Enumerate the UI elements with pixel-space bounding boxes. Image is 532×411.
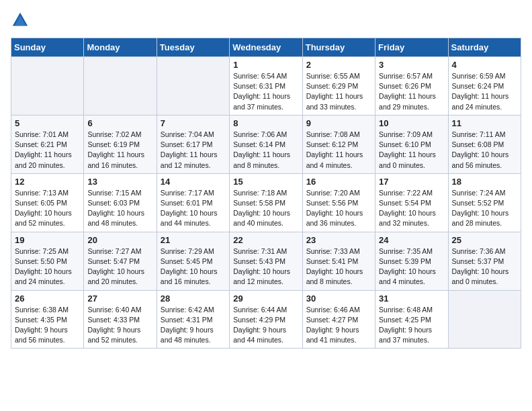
calendar-day-cell: 12Sunrise: 7:13 AM Sunset: 6:05 PM Dayli… [11,173,84,232]
logo [11,11,32,30]
calendar-day-cell: 8Sunrise: 7:06 AM Sunset: 6:14 PM Daylig… [230,115,302,173]
calendar-day-cell: 31Sunrise: 6:48 AM Sunset: 4:25 PM Dayli… [375,290,448,349]
weekday-header: Wednesday [230,38,302,57]
day-number: 19 [15,235,80,245]
day-info: Sunrise: 7:08 AM Sunset: 6:12 PM Dayligh… [306,130,371,171]
calendar-week-row: 5Sunrise: 7:01 AM Sunset: 6:21 PM Daylig… [11,115,521,173]
day-info: Sunrise: 7:02 AM Sunset: 6:19 PM Dayligh… [87,130,152,171]
day-number: 18 [452,177,517,187]
day-number: 26 [15,293,80,304]
calendar-day-cell: 27Sunrise: 6:40 AM Sunset: 4:33 PM Dayli… [84,290,157,349]
calendar-table: SundayMondayTuesdayWednesdayThursdayFrid… [11,38,521,349]
calendar-day-cell [84,57,157,116]
calendar-day-cell: 17Sunrise: 7:22 AM Sunset: 5:54 PM Dayli… [375,173,448,232]
calendar-day-cell: 2Sunrise: 6:55 AM Sunset: 6:29 PM Daylig… [302,57,375,116]
day-info: Sunrise: 7:24 AM Sunset: 5:52 PM Dayligh… [452,188,517,229]
calendar-week-row: 26Sunrise: 6:38 AM Sunset: 4:35 PM Dayli… [11,290,521,349]
day-info: Sunrise: 7:20 AM Sunset: 5:56 PM Dayligh… [306,188,371,229]
day-info: Sunrise: 6:54 AM Sunset: 6:31 PM Dayligh… [233,71,298,112]
calendar-day-cell: 6Sunrise: 7:02 AM Sunset: 6:19 PM Daylig… [84,115,157,173]
calendar-day-cell: 16Sunrise: 7:20 AM Sunset: 5:56 PM Dayli… [302,173,375,232]
weekday-header: Friday [375,38,448,57]
calendar-day-cell: 30Sunrise: 6:46 AM Sunset: 4:27 PM Dayli… [302,290,375,349]
calendar-day-cell [11,57,84,116]
calendar-day-cell: 4Sunrise: 6:59 AM Sunset: 6:24 PM Daylig… [448,57,521,116]
calendar-day-cell: 20Sunrise: 7:27 AM Sunset: 5:47 PM Dayli… [84,232,157,290]
calendar-week-row: 1Sunrise: 6:54 AM Sunset: 6:31 PM Daylig… [11,57,521,116]
day-info: Sunrise: 7:29 AM Sunset: 5:45 PM Dayligh… [161,246,226,287]
day-number: 11 [452,118,517,128]
day-info: Sunrise: 6:57 AM Sunset: 6:26 PM Dayligh… [379,71,444,112]
day-info: Sunrise: 6:46 AM Sunset: 4:27 PM Dayligh… [306,305,371,346]
calendar-day-cell: 3Sunrise: 6:57 AM Sunset: 6:26 PM Daylig… [375,57,448,116]
day-info: Sunrise: 7:22 AM Sunset: 5:54 PM Dayligh… [379,188,444,229]
day-number: 5 [15,118,80,128]
calendar-day-cell: 18Sunrise: 7:24 AM Sunset: 5:52 PM Dayli… [448,173,521,232]
day-number: 3 [379,60,444,70]
day-number: 7 [161,118,226,128]
calendar-header-row: SundayMondayTuesdayWednesdayThursdayFrid… [11,38,521,57]
calendar-day-cell: 15Sunrise: 7:18 AM Sunset: 5:58 PM Dayli… [230,173,302,232]
weekday-header: Sunday [11,38,84,57]
calendar-day-cell [157,57,229,116]
day-number: 4 [452,60,517,70]
day-number: 30 [306,293,371,304]
calendar-day-cell: 13Sunrise: 7:15 AM Sunset: 6:03 PM Dayli… [84,173,157,232]
calendar-day-cell: 7Sunrise: 7:04 AM Sunset: 6:17 PM Daylig… [157,115,229,173]
calendar-week-row: 12Sunrise: 7:13 AM Sunset: 6:05 PM Dayli… [11,173,521,232]
weekday-header: Saturday [448,38,521,57]
calendar-day-cell: 24Sunrise: 7:35 AM Sunset: 5:39 PM Dayli… [375,232,448,290]
day-number: 20 [87,235,152,245]
day-info: Sunrise: 6:42 AM Sunset: 4:31 PM Dayligh… [161,305,226,346]
calendar-day-cell: 21Sunrise: 7:29 AM Sunset: 5:45 PM Dayli… [157,232,229,290]
page-header [11,11,521,30]
day-info: Sunrise: 7:27 AM Sunset: 5:47 PM Dayligh… [87,246,152,287]
day-info: Sunrise: 7:25 AM Sunset: 5:50 PM Dayligh… [15,246,80,287]
day-info: Sunrise: 6:59 AM Sunset: 6:24 PM Dayligh… [452,71,517,112]
calendar-day-cell: 14Sunrise: 7:17 AM Sunset: 6:01 PM Dayli… [157,173,229,232]
day-number: 9 [306,118,371,128]
day-info: Sunrise: 7:06 AM Sunset: 6:14 PM Dayligh… [233,130,298,171]
day-info: Sunrise: 7:13 AM Sunset: 6:05 PM Dayligh… [15,188,80,229]
day-number: 6 [87,118,152,128]
day-number: 12 [15,177,80,187]
day-info: Sunrise: 6:55 AM Sunset: 6:29 PM Dayligh… [306,71,371,112]
day-number: 1 [233,60,298,70]
day-number: 15 [233,177,298,187]
day-info: Sunrise: 6:40 AM Sunset: 4:33 PM Dayligh… [87,305,152,346]
calendar-day-cell: 22Sunrise: 7:31 AM Sunset: 5:43 PM Dayli… [230,232,302,290]
day-number: 14 [161,177,226,187]
weekday-header: Monday [84,38,157,57]
day-number: 10 [379,118,444,128]
calendar-day-cell: 5Sunrise: 7:01 AM Sunset: 6:21 PM Daylig… [11,115,84,173]
day-info: Sunrise: 7:15 AM Sunset: 6:03 PM Dayligh… [87,188,152,229]
day-number: 28 [161,293,226,304]
day-number: 13 [87,177,152,187]
logo-icon [11,11,30,30]
day-number: 17 [379,177,444,187]
calendar-day-cell: 23Sunrise: 7:33 AM Sunset: 5:41 PM Dayli… [302,232,375,290]
day-number: 31 [379,293,444,304]
day-number: 27 [87,293,152,304]
calendar-week-row: 19Sunrise: 7:25 AM Sunset: 5:50 PM Dayli… [11,232,521,290]
calendar-day-cell: 26Sunrise: 6:38 AM Sunset: 4:35 PM Dayli… [11,290,84,349]
day-info: Sunrise: 6:44 AM Sunset: 4:29 PM Dayligh… [233,305,298,346]
calendar-day-cell [448,290,521,349]
weekday-header: Tuesday [157,38,229,57]
calendar-day-cell: 10Sunrise: 7:09 AM Sunset: 6:10 PM Dayli… [375,115,448,173]
day-number: 2 [306,60,371,70]
day-number: 24 [379,235,444,245]
day-info: Sunrise: 7:33 AM Sunset: 5:41 PM Dayligh… [306,246,371,287]
day-number: 8 [233,118,298,128]
day-info: Sunrise: 7:35 AM Sunset: 5:39 PM Dayligh… [379,246,444,287]
day-number: 29 [233,293,298,304]
day-number: 21 [161,235,226,245]
calendar-day-cell: 29Sunrise: 6:44 AM Sunset: 4:29 PM Dayli… [230,290,302,349]
day-info: Sunrise: 7:11 AM Sunset: 6:08 PM Dayligh… [452,130,517,171]
day-number: 16 [306,177,371,187]
day-number: 25 [452,235,517,245]
weekday-header: Thursday [302,38,375,57]
calendar-day-cell: 28Sunrise: 6:42 AM Sunset: 4:31 PM Dayli… [157,290,229,349]
day-number: 22 [233,235,298,245]
day-info: Sunrise: 6:38 AM Sunset: 4:35 PM Dayligh… [15,305,80,346]
